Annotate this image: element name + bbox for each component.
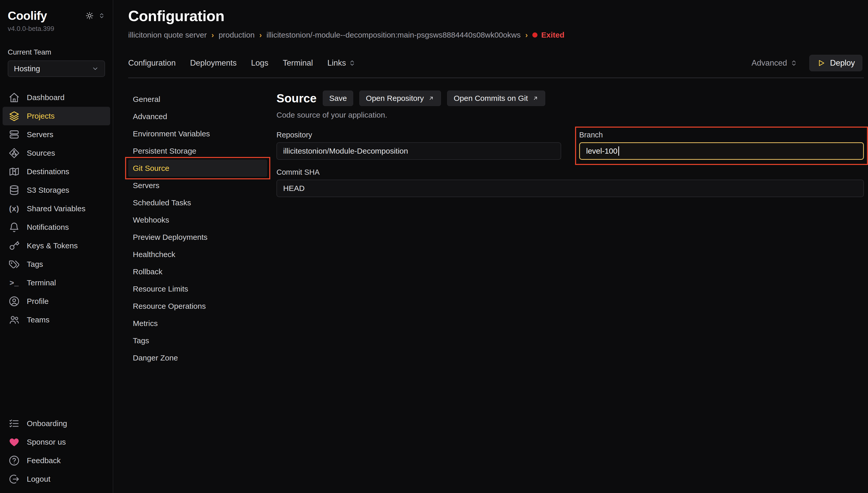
status-badge: Exited (532, 30, 564, 39)
config-menu-git-source[interactable]: Git Source (128, 159, 267, 177)
breadcrumb-project[interactable]: illicitonion quote server (128, 30, 207, 39)
terminal-icon: >_ (8, 277, 20, 289)
sun-icon[interactable] (85, 12, 94, 20)
tabs-right-group: Advanced Deploy (751, 55, 864, 71)
config-menu-scheduled-tasks[interactable]: Scheduled Tasks (128, 194, 267, 211)
branch-input[interactable]: level-100 (579, 142, 864, 160)
sidebar-item-dashboard[interactable]: Dashboard (3, 88, 110, 107)
advanced-dropdown[interactable]: Advanced (751, 59, 798, 68)
app-root: Coolify v4.0.0-beta.399 Current Team Hos… (0, 0, 868, 493)
config-menu-resource-operations[interactable]: Resource Operations (128, 297, 267, 315)
tab-links[interactable]: Links (327, 59, 356, 68)
source-panel: Source Save Open Repository Open Commits… (276, 90, 864, 197)
open-commits-label: Open Commits on Git (453, 94, 528, 103)
config-menu-webhooks[interactable]: Webhooks (128, 211, 267, 229)
config-menu-healthcheck[interactable]: Healthcheck (128, 246, 267, 263)
variable-icon: (x) (8, 203, 20, 215)
sidebar-item-label: Sources (27, 149, 55, 157)
checklist-icon (8, 417, 20, 429)
sidebar-item-label: Shared Variables (27, 204, 85, 213)
tabs-divider (128, 78, 864, 78)
chevron-right-icon: › (525, 30, 528, 39)
config-menu-git-source-label: Git Source (133, 164, 169, 173)
chevron-right-icon: › (211, 30, 214, 39)
external-link-icon (532, 95, 539, 102)
sidebar-item-terminal[interactable]: >_ Terminal (3, 274, 110, 292)
git-source-icon (8, 147, 20, 159)
chevron-down-icon (92, 65, 99, 72)
open-repository-button[interactable]: Open Repository (359, 90, 441, 106)
sidebar-item-label: Onboarding (27, 419, 67, 428)
status-text: Exited (541, 30, 564, 39)
sidebar-item-logout[interactable]: Logout (3, 470, 110, 488)
branch-field-group: Branch level-100 (579, 131, 864, 160)
sidebar-item-label: Profile (27, 297, 49, 306)
advanced-label: Advanced (751, 59, 787, 68)
source-form: Repository illicitestonion/Module-Decomp… (276, 131, 864, 197)
sidebar-item-teams[interactable]: Teams (3, 310, 110, 329)
sidebar-item-projects[interactable]: Projects (3, 107, 110, 125)
tab-logs[interactable]: Logs (251, 59, 268, 68)
tags-icon (8, 258, 20, 270)
sidebar-item-label: S3 Storages (27, 186, 69, 194)
sidebar-item-s3-storages[interactable]: S3 Storages (3, 181, 110, 199)
source-description: Code source of your application. (276, 111, 864, 120)
config-menu-tags[interactable]: Tags (128, 332, 267, 349)
config-menu-general[interactable]: General (128, 90, 267, 108)
sidebar-item-label: Teams (27, 316, 49, 324)
open-repository-label: Open Repository (366, 94, 424, 103)
config-menu-preview-deployments[interactable]: Preview Deployments (128, 229, 267, 246)
chevrons-up-down-icon[interactable] (98, 12, 105, 19)
sidebar-item-tags[interactable]: Tags (3, 255, 110, 274)
repository-value: illicitestonion/Module-Decomposition (283, 147, 408, 155)
sidebar-item-label: Tags (27, 260, 43, 269)
config-menu-resource-limits[interactable]: Resource Limits (128, 280, 267, 297)
tab-deployments[interactable]: Deployments (190, 59, 237, 68)
breadcrumb-environment[interactable]: production (218, 30, 255, 39)
open-commits-button[interactable]: Open Commits on Git (447, 90, 545, 106)
repository-input[interactable]: illicitestonion/Module-Decomposition (276, 142, 561, 160)
sidebar-item-keys-tokens[interactable]: Keys & Tokens (3, 236, 110, 255)
config-menu-servers[interactable]: Servers (128, 177, 267, 194)
deploy-button[interactable]: Deploy (809, 55, 863, 71)
sidebar-item-notifications[interactable]: Notifications (3, 218, 110, 236)
breadcrumb-application[interactable]: illicitestonion/-module--decomposition:m… (267, 30, 521, 39)
sidebar-nav: Dashboard Projects Servers Sources Desti… (0, 88, 113, 329)
server-icon (8, 129, 20, 141)
tab-configuration[interactable]: Configuration (128, 59, 175, 68)
main-area: Configuration illicitonion quote server … (113, 0, 868, 493)
heart-icon (8, 436, 20, 448)
sidebar-item-destinations[interactable]: Destinations (3, 163, 110, 181)
sidebar-item-servers[interactable]: Servers (3, 125, 110, 144)
sidebar-item-label: Servers (27, 130, 53, 139)
config-menu-rollback[interactable]: Rollback (128, 263, 267, 280)
commit-sha-input[interactable]: HEAD (276, 179, 864, 197)
chevrons-up-down-icon (790, 60, 798, 67)
sidebar-item-onboarding[interactable]: Onboarding (3, 414, 110, 433)
save-button[interactable]: Save (323, 90, 353, 106)
chevrons-up-down-icon (348, 60, 356, 67)
config-menu-advanced[interactable]: Advanced (128, 108, 267, 125)
sidebar-item-feedback[interactable]: Feedback (3, 451, 110, 470)
annotation-box-branch: Branch level-100 (575, 127, 868, 165)
sidebar-item-sponsor-us[interactable]: Sponsor us (3, 433, 110, 451)
config-menu-persistent-storage[interactable]: Persistent Storage (128, 142, 267, 159)
config-menu-metrics[interactable]: Metrics (128, 315, 267, 332)
sidebar-bottom-nav: Onboarding Sponsor us Feedback Logout (0, 414, 113, 488)
sidebar-item-label: Terminal (27, 278, 56, 287)
sidebar-item-shared-variables[interactable]: (x) Shared Variables (3, 199, 110, 218)
play-icon (817, 59, 826, 67)
sidebar-item-sources[interactable]: Sources (3, 144, 110, 163)
config-menu-environment-variables[interactable]: Environment Variables (128, 125, 267, 142)
text-caret (618, 146, 619, 156)
config-menu-danger-zone[interactable]: Danger Zone (128, 349, 267, 366)
app-logo[interactable]: Coolify (8, 9, 47, 23)
sidebar-item-label: Projects (27, 112, 55, 121)
sidebar-item-profile[interactable]: Profile (3, 292, 110, 310)
team-select[interactable]: Hosting (8, 61, 105, 77)
tab-terminal[interactable]: Terminal (283, 59, 313, 68)
users-icon (8, 314, 20, 326)
sidebar-item-label: Sponsor us (27, 438, 66, 446)
home-icon (8, 92, 20, 103)
page-title: Configuration (128, 7, 864, 24)
